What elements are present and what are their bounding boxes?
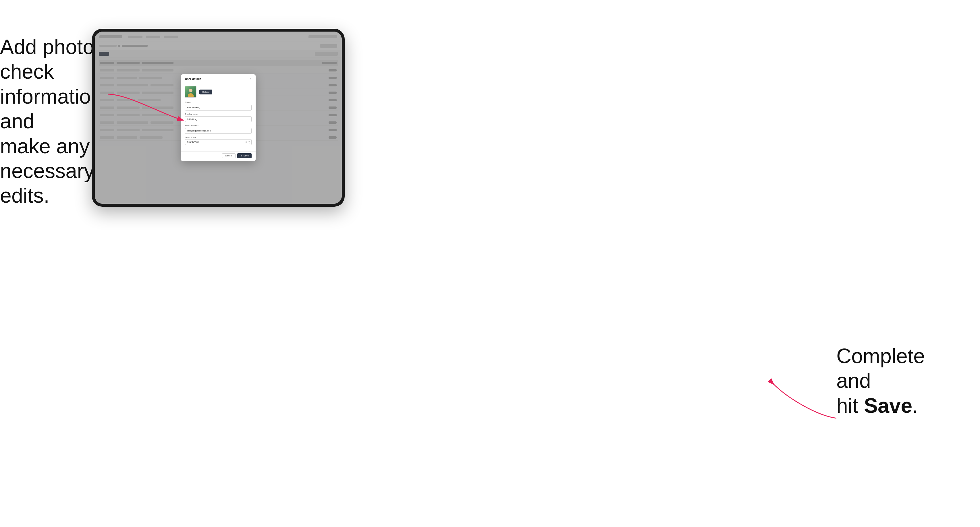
annotation-right: Complete and hit Save. [837,344,963,418]
tablet-screen: User details × Upload Name [95,32,342,204]
save-label: Save [243,154,249,157]
school-year-wrapper: × ▲ ▼ [185,139,251,145]
school-year-input[interactable] [185,139,251,145]
modal-header: User details × [181,75,256,83]
save-button[interactable]: ⬆ Save [237,153,251,158]
modal-footer: Cancel ⬆ Save [181,151,256,161]
modal-title: User details [185,78,201,81]
modal-close-button[interactable]: × [250,77,251,81]
school-year-arrow-icon: ▲ ▼ [248,140,250,144]
name-label: Name [185,101,251,104]
user-photo [185,86,196,98]
school-year-field-group: School Year × ▲ ▼ [185,136,251,145]
name-field-group: Name [185,101,251,111]
arrow-right-indicator [770,381,839,422]
modal-overlay: User details × Upload Name [95,32,342,204]
photo-section: Upload [185,86,251,98]
email-label: Email address [185,124,251,127]
email-input[interactable] [185,128,251,134]
display-name-label: Display name [185,113,251,115]
save-icon: ⬆ [240,154,242,157]
user-details-modal: User details × Upload Name [181,75,256,161]
name-input[interactable] [185,105,251,111]
school-year-clear-icon[interactable]: × [246,141,247,143]
email-field-group: Email address [185,124,251,134]
display-name-field-group: Display name [185,113,251,122]
tablet-device: User details × Upload Name [92,29,345,207]
display-name-input[interactable] [185,116,251,122]
user-photo-figure [185,86,196,97]
school-year-label: School Year [185,136,251,139]
cancel-button[interactable]: Cancel [222,153,235,158]
modal-body: Upload Name Display name Email addre [181,83,256,151]
upload-photo-button[interactable]: Upload [199,90,212,94]
